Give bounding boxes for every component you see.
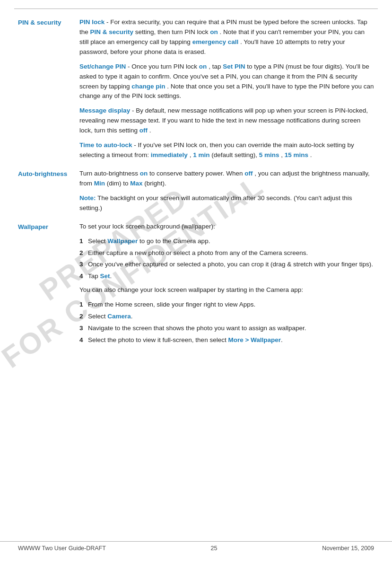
pin-security-label: PIN & security xyxy=(18,19,61,26)
list2-num-3: 3 xyxy=(79,324,88,334)
term-1min: 1 min xyxy=(193,151,209,158)
list2-num-2: 2 xyxy=(79,312,88,322)
list2-num-1: 1 xyxy=(79,300,88,310)
term-max: Max xyxy=(130,180,142,187)
set-change-pin-para: Set/change PIN - Once you turn PIN lock … xyxy=(79,62,374,102)
auto-brightness-label: Auto-brightness xyxy=(18,170,67,177)
term-min: Min xyxy=(94,180,105,187)
list-item: 2 Either capture a new photo or select a… xyxy=(79,248,374,258)
list2-text-2: Select Camera. xyxy=(88,312,374,322)
term-on-3: on xyxy=(140,170,148,177)
pin-security-label-col: PIN & security xyxy=(18,18,79,160)
list2-num-4: 4 xyxy=(79,335,88,345)
wallpaper-intro-text: To set your lock screen background (wall… xyxy=(79,223,215,230)
list2-text-1: From the Home screen, slide your finger … xyxy=(88,300,374,310)
pin-security-content: PIN lock - For extra security, you can r… xyxy=(79,18,374,160)
term-camera: Camera xyxy=(107,313,131,320)
term-set: Set xyxy=(100,272,110,280)
list2-text-4: Select the photo to view it full-screen,… xyxy=(88,335,374,345)
term-pin-lock: PIN lock xyxy=(79,18,105,26)
note-text: The backlight on your screen will automa… xyxy=(79,194,352,211)
wallpaper-label: Wallpaper xyxy=(18,223,48,230)
auto-bright-para1: Turn auto-brightness on to conserve batt… xyxy=(79,169,374,189)
term-on-2: on xyxy=(199,63,207,70)
list-item: 1 From the Home screen, slide your finge… xyxy=(79,300,374,310)
set-change-text1: - Once you turn PIN lock xyxy=(128,63,199,70)
term-time-autolock: Time to auto-lock xyxy=(79,141,132,149)
wallpaper-interlude: You can also change your lock screen wal… xyxy=(79,285,374,295)
wallpaper-content: To set your lock screen background (wall… xyxy=(79,222,374,349)
list-item: 1 Select Wallpaper to go to the Camera a… xyxy=(79,237,374,246)
page: PREPAREDFOR CONFIDENTIAL PIN & security … xyxy=(0,0,392,562)
list-item: 2 Select Camera. xyxy=(79,312,374,322)
term-more-wallpaper: More > Wallpaper xyxy=(228,336,281,343)
footer-date: November 15, 2009 xyxy=(322,545,374,552)
auto-bright-text1: Turn auto-brightness xyxy=(79,170,140,177)
term-pin-security-inline: PIN & security xyxy=(90,28,134,35)
section-pin-security: PIN & security PIN lock - For extra secu… xyxy=(18,18,374,160)
term-off-2: off xyxy=(244,170,253,177)
list-num-1: 1 xyxy=(79,237,88,246)
content-area: PIN & security PIN lock - For extra secu… xyxy=(0,9,392,349)
section-auto-brightness: Auto-brightness Turn auto-brightness on … xyxy=(18,169,374,213)
list-num-2: 2 xyxy=(79,248,88,258)
wallpaper-intro: To set your lock screen background (wall… xyxy=(79,222,374,232)
auto-brightness-content: Turn auto-brightness on to conserve batt… xyxy=(79,169,374,213)
term-immediately: immediately xyxy=(151,151,188,158)
wallpaper-label-col: Wallpaper xyxy=(18,222,79,349)
auto-bright-text4: (dim) to xyxy=(107,180,131,187)
list-num-3: 3 xyxy=(79,260,88,270)
time-autolock-text4: , xyxy=(281,151,285,158)
list-text-3: Once you've either captured or selected … xyxy=(88,260,374,270)
term-emergency-call: emergency call xyxy=(192,38,239,45)
time-autolock-text3: (default setting), xyxy=(211,151,259,158)
pin-lock-para: PIN lock - For extra security, you can r… xyxy=(79,18,374,57)
message-display-para: Message display - By default, new messag… xyxy=(79,106,374,136)
list-num-4: 4 xyxy=(79,272,88,281)
list-item: 4 Select the photo to view it full-scree… xyxy=(79,335,374,345)
footer-page-number: 25 xyxy=(211,545,218,552)
pin-lock-text2: setting, then turn PIN lock xyxy=(135,28,210,35)
list-text-4: Tap Set. xyxy=(88,272,374,281)
term-off-1: off xyxy=(139,127,148,134)
auto-brightness-label-col: Auto-brightness xyxy=(18,169,79,213)
term-wallpaper-link: Wallpaper xyxy=(107,237,138,245)
list-text-2: Either capture a new photo or select a p… xyxy=(88,248,374,258)
footer: WWWW Two User Guide-DRAFT 25 November 15… xyxy=(0,541,392,552)
list2-text-3: Navigate to the screen that shows the ph… xyxy=(88,324,374,334)
time-autolock-text5: . xyxy=(310,151,312,158)
term-set-pin: Set PIN xyxy=(223,63,245,70)
term-on-1: on xyxy=(210,28,218,35)
term-5mins: 5 mins xyxy=(259,151,279,158)
section-wallpaper: Wallpaper To set your lock screen backgr… xyxy=(18,222,374,349)
list-item: 3 Once you've either captured or selecte… xyxy=(79,260,374,270)
list-item: 4 Tap Set. xyxy=(79,272,374,281)
auto-bright-text2: to conserve battery power. When xyxy=(149,170,244,177)
wallpaper-list-2: 1 From the Home screen, slide your finge… xyxy=(79,300,374,345)
list-item: 3 Navigate to the screen that shows the … xyxy=(79,324,374,334)
footer-left: WWWW Two User Guide-DRAFT xyxy=(18,545,106,552)
msg-display-text2: . xyxy=(149,127,151,134)
term-message-display: Message display xyxy=(79,107,130,114)
auto-bright-para2: Note: The backlight on your screen will … xyxy=(79,193,374,213)
term-15mins: 15 mins xyxy=(285,151,308,158)
term-set-change-pin: Set/change PIN xyxy=(79,63,126,70)
set-change-text2: , tap xyxy=(209,63,223,70)
term-note: Note: xyxy=(79,194,96,202)
wallpaper-list-1: 1 Select Wallpaper to go to the Camera a… xyxy=(79,237,374,282)
wallpaper-interlude-text: You can also change your lock screen wal… xyxy=(79,286,303,293)
time-auto-lock-para: Time to auto-lock - If you've set PIN lo… xyxy=(79,140,374,160)
auto-bright-text5: (bright). xyxy=(144,180,166,187)
term-change-pin: change pin xyxy=(131,83,165,90)
list-text-1: Select Wallpaper to go to the Camera app… xyxy=(88,237,374,246)
